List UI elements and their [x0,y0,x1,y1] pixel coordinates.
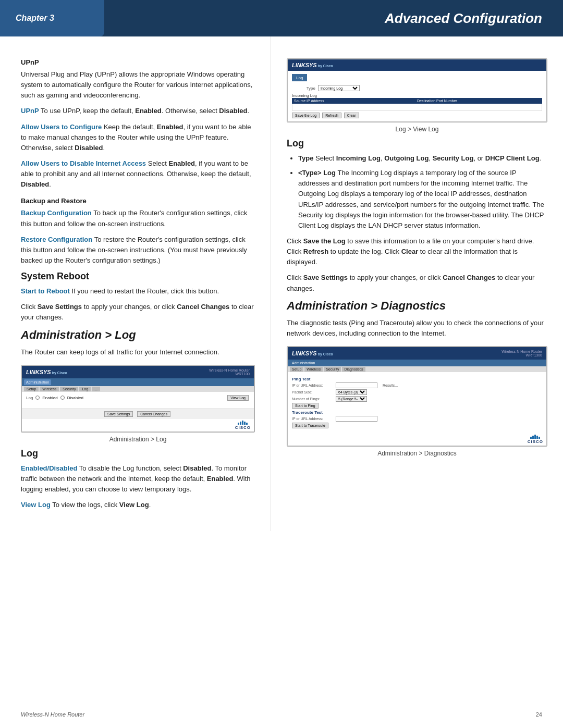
diag-logo: LINKSYS by Cisco [292,350,333,356]
cisco-text: CISCO [235,425,251,430]
diag-sub-tabs: Setup Wireless Security Diagnostics [288,366,546,372]
restore-config-label: Restore Configuration [21,236,92,243]
enabled-radio[interactable] [35,396,40,400]
save-settings-button[interactable]: Save Settings [104,411,133,417]
traceroute-ip-label: IP or URL Address: [292,417,334,421]
admin-log-desc: The Router can keep logs of all traffic … [21,347,255,357]
right-column: LINKSYS by Cisco Log Type Incoming Log I… [271,36,563,531]
diag-nav-tabs: Administration [288,360,546,366]
diag-subtab-security: Security [324,367,341,372]
start-ping-button[interactable]: Start to Ping [292,403,319,409]
cancel-changes-button[interactable]: Cancel Changes [137,411,170,417]
screenshot2-caption: Administration > Diagnostics [287,450,547,457]
screenshot1-caption: Administration > Log [21,436,255,443]
col-source-ip: Source IP Address [294,99,417,103]
clear-button[interactable]: Clear [344,113,359,118]
traceroute-ip-input[interactable] [336,416,377,422]
admin-diag-desc: The diagnostic tests (Ping and Tracerout… [287,318,547,339]
page-footer: Wireless-N Home Router 24 [0,711,563,718]
cisco-bar-4 [244,422,246,425]
nav-tabs: Administration [22,378,254,386]
num-pings-label: Number of Pings: [292,397,334,401]
restore-config-para: Restore Configuration To restore the Rou… [21,235,255,266]
router-info: Wireless-N Home Router WRT100 [209,368,250,376]
chapter-tab: Chapter 3 [0,0,104,36]
view-log-label: View Log [21,501,51,509]
diag-cisco-bar-2 [532,436,534,439]
cisco-bar-1 [238,423,239,425]
header-title-area: Advanced Configuration [104,0,563,36]
left-column: UPnP Universal Plug and Play (UPnP) allo… [0,36,271,531]
log-bullet-2: <Type> Log The Incoming Log displays a t… [298,168,547,231]
diag-subtab-diag: Diagnostics [342,367,365,372]
log-tab: Log [292,74,307,81]
allow-configure-para: Allow Users to Configure Keep the defaul… [21,122,255,153]
admin-log-heading: Administration > Log [21,328,255,342]
type-select[interactable]: Incoming Log [318,85,360,91]
upnp-enabled: Enabled [135,107,162,115]
start-traceroute-button[interactable]: Start to Traceroute [292,423,328,428]
tab-administration: Administration [24,379,51,385]
save-settings-para-2: Click Save Settings to apply your change… [287,273,547,293]
linksys-log-content: Log Enabled Disabled View Log [22,392,254,406]
type-label-bullet: Type [298,154,313,162]
sub-tabs: Setup Wireless Security Log ... [22,386,254,392]
admin-log-screenshot: LINKSYS by Cisco Wireless-N Home Router … [21,365,255,433]
log-heading-left: Log [21,448,255,459]
cisco-bar-3 [242,421,243,425]
ping-ip-input[interactable] [336,382,377,388]
diag-subtab-setup: Setup [290,367,303,372]
cisco-bar-2 [240,422,241,425]
view-log-button[interactable]: View Log [227,395,249,401]
diag-cisco-text: CISCO [528,439,543,444]
packet-size-select[interactable]: 64 Bytes (32) [336,389,367,395]
log-action-buttons: Save the Log Refresh Clear [292,113,542,118]
save-log-button[interactable]: Save the Log [292,113,320,118]
start-ping-row: Start to Ping [292,403,542,409]
diag-cisco-bar-4 [536,436,538,439]
num-pings-select[interactable]: 5 (Range 5-100) [336,396,367,402]
linksys-log-ui: LINKSYS by Cisco Wireless-N Home Router … [21,365,254,432]
diag-cisco-bar-3 [534,435,536,439]
upnp-desc: Universal Plug and Play (UPnP) allows th… [21,69,255,101]
start-traceroute-row: Start to Traceroute [292,423,542,428]
log-heading-right: Log [287,138,547,149]
diag-subtab-wireless: Wireless [304,367,323,372]
packet-size-row: Packet Size: 64 Bytes (32) [292,389,542,395]
ping-section: Ping Test IP or URL Address: Results... … [292,377,542,409]
view-log-screenshot: LINKSYS by Cisco Log Type Incoming Log I… [287,58,547,122]
cisco-bar-5 [246,423,248,425]
diag-cisco-mark: CISCO [528,435,543,444]
linksys-header: LINKSYS by Cisco Wireless-N Home Router … [22,366,254,378]
log-table-header: Source IP Address Destination Port Numbe… [292,98,542,104]
linksys-footer-buttons: Save Settings Cancel Changes [22,409,254,419]
backup-restore-heading: Backup and Restore [21,197,255,205]
allow-configure-label: Allow Users to Configure [21,123,102,131]
start-reboot-desc: If you need to restart the Router, click… [70,287,219,295]
results-label: Results... [383,384,398,387]
chapter-label: Chapter 3 [16,14,54,23]
refresh-button[interactable]: Refresh [322,113,341,118]
linksys-diag-ui: LINKSYS by Cisco Wireless-N Home Router … [287,347,547,446]
diag-router-info: Wireless-N Home Router WRT1300 [501,350,542,357]
cisco-bars [238,421,248,425]
start-reboot-label: Start to Reboot [21,287,70,295]
viewlog-content: Log Type Incoming Log Incoming Log Sourc… [288,71,546,121]
sub-tab-wireless: Wireless [40,387,59,391]
save-log-para: Click Save the Log to save this informat… [287,236,547,267]
sub-tab-diag: ... [92,387,100,391]
cisco-logo-area: CISCO [22,419,254,431]
ping-ip-row: IP or URL Address: Results... [292,382,542,388]
sub-tab-log: Log [79,387,91,391]
log-incoming-label-row: Incoming Log [292,93,542,98]
log-table-body [292,104,542,111]
save-settings-para-1: Click Save Settings to apply your change… [21,302,255,323]
admin-diag-screenshot: LINKSYS by Cisco Wireless-N Home Router … [287,346,547,447]
log-enabled-row: Log Enabled Disabled View Log [26,395,250,401]
packet-size-label: Packet Size: [292,390,334,394]
disabled-radio[interactable] [60,396,65,400]
col-dest-port: Destination Port Number [417,99,540,103]
diag-cisco-bars [530,435,540,439]
upnp-setting-label: UPnP [21,107,39,115]
linksys-viewlog-ui: LINKSYS by Cisco Log Type Incoming Log I… [287,59,547,122]
